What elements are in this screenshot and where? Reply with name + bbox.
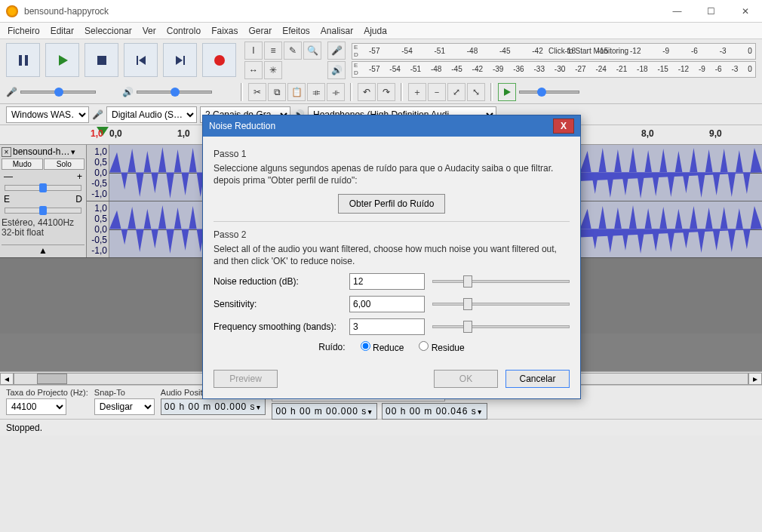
residue-radio[interactable]: Residue bbox=[419, 341, 464, 353]
sens-slider[interactable] bbox=[432, 303, 570, 306]
play-at-speed-icon[interactable] bbox=[498, 83, 516, 101]
track-name: bensound-h… bbox=[13, 146, 69, 157]
tools-grid: I ≡ ✎ 🔍 ↔ ✳ bbox=[244, 42, 321, 79]
copy-icon[interactable]: ⧉ bbox=[268, 83, 286, 101]
stop-button[interactable] bbox=[84, 43, 118, 77]
menu-analisar[interactable]: Analisar bbox=[321, 26, 353, 36]
cut-icon[interactable]: ✂ bbox=[248, 83, 266, 101]
mute-button[interactable]: Mudo bbox=[2, 158, 43, 170]
nr-input[interactable] bbox=[349, 273, 425, 290]
menu-ficheiro[interactable]: Ficheiro bbox=[8, 26, 40, 36]
svg-marker-2 bbox=[59, 55, 68, 66]
sens-label: Sensitivity: bbox=[214, 299, 342, 309]
play-button[interactable] bbox=[45, 43, 79, 77]
close-button[interactable]: ✕ bbox=[728, 0, 762, 23]
app-icon bbox=[6, 5, 18, 17]
record-meter[interactable]: ED -57-54-51-48-45-42 Click to Start Mon… bbox=[352, 43, 756, 60]
svg-rect-1 bbox=[25, 55, 28, 66]
svg-rect-4 bbox=[137, 56, 138, 65]
record-button[interactable] bbox=[202, 43, 236, 77]
window-titlebar: bensound-happyrock — ☐ ✕ bbox=[0, 0, 762, 23]
window-title: bensound-happyrock bbox=[24, 6, 660, 17]
scroll-left-icon[interactable]: ◂ bbox=[0, 373, 14, 385]
freq-label: Frequency smoothing (bands): bbox=[214, 321, 342, 332]
menu-faixas[interactable]: Faixas bbox=[211, 26, 238, 36]
reduce-radio[interactable]: Reduce bbox=[361, 341, 404, 353]
audio-position-box[interactable]: 00 h 00 m 00.000 s▾ bbox=[161, 398, 266, 415]
play-meter-spk-icon[interactable]: 🔊 bbox=[327, 61, 346, 79]
svg-marker-5 bbox=[139, 56, 146, 65]
pause-button[interactable] bbox=[6, 43, 40, 77]
ok-button[interactable]: OK bbox=[434, 370, 498, 388]
step2-label: Passo 2 bbox=[214, 229, 570, 240]
audio-host-select[interactable]: Windows WAS… bbox=[6, 106, 89, 123]
selection-start-box[interactable]: 00 h 00 m 00.000 s▾ bbox=[272, 403, 377, 420]
rec-volume-slider[interactable]: 🎤 bbox=[6, 87, 119, 97]
zoom-fit-icon[interactable]: ⤡ bbox=[467, 83, 485, 101]
snap-label: Snap-To bbox=[94, 388, 155, 397]
freq-slider[interactable] bbox=[432, 325, 570, 328]
play-volume-slider[interactable]: 🔊 bbox=[122, 87, 235, 97]
multi-tool-icon[interactable]: ✳ bbox=[264, 61, 282, 79]
play-meter[interactable]: ED -57-54-51-48-45-42-39-36-33-30-27-24-… bbox=[352, 61, 756, 78]
menu-ajuda[interactable]: Ajuda bbox=[364, 26, 387, 36]
step1-desc: Seleccione alguns segundos apenas de ruí… bbox=[214, 162, 570, 186]
draw-tool-icon[interactable]: ✎ bbox=[284, 42, 302, 60]
mic-icon: 🎤 bbox=[92, 109, 103, 120]
svg-point-8 bbox=[214, 55, 225, 66]
nr-slider[interactable] bbox=[432, 280, 570, 283]
get-profile-button[interactable]: Obter Perfil do Ruído bbox=[338, 194, 446, 214]
scroll-right-icon[interactable]: ▸ bbox=[748, 373, 762, 385]
zoom-tool-icon[interactable]: 🔍 bbox=[303, 42, 321, 60]
trim-icon[interactable]: ⟚ bbox=[307, 83, 325, 101]
track-header[interactable]: ×bensound-h…▾ MudoSolo —+ ED Estéreo, 44… bbox=[0, 145, 87, 257]
menu-ver[interactable]: Ver bbox=[143, 26, 156, 36]
paste-icon[interactable]: 📋 bbox=[287, 83, 306, 101]
sens-input[interactable] bbox=[349, 296, 425, 312]
rec-meter-mic-icon[interactable]: 🎤 bbox=[327, 42, 346, 60]
svg-rect-3 bbox=[97, 56, 106, 65]
preview-button[interactable]: Preview bbox=[214, 370, 278, 388]
zoom-out-icon[interactable]: － bbox=[428, 83, 446, 101]
menu-seleccionar[interactable]: Seleccionar bbox=[84, 26, 132, 36]
svg-rect-0 bbox=[19, 55, 22, 66]
silence-icon[interactable]: ⟛ bbox=[327, 83, 345, 101]
menu-efeitos[interactable]: Efeitos bbox=[282, 26, 310, 36]
minimize-button[interactable]: — bbox=[660, 0, 694, 23]
project-rate-select[interactable]: 44100 bbox=[6, 398, 66, 415]
input-device-select[interactable]: Digital Audio (S… bbox=[106, 106, 197, 123]
collapse-icon[interactable]: ▲ bbox=[2, 244, 84, 256]
svg-marker-6 bbox=[176, 56, 183, 65]
cancel-button[interactable]: Cancelar bbox=[505, 370, 570, 388]
nr-label: Noise reduction (dB): bbox=[214, 276, 342, 287]
project-rate-label: Taxa do Projecto (Hz): bbox=[6, 388, 88, 397]
skip-start-button[interactable] bbox=[124, 43, 158, 77]
redo-icon[interactable]: ↷ bbox=[377, 83, 395, 101]
play-speed-slider[interactable] bbox=[519, 91, 632, 94]
zoom-in-icon[interactable]: ＋ bbox=[408, 83, 426, 101]
menubar: Ficheiro Editar Seleccionar Ver Controlo… bbox=[0, 23, 762, 39]
skip-end-button[interactable] bbox=[163, 43, 197, 77]
track-close-icon[interactable]: × bbox=[2, 147, 11, 157]
selection-tool-icon[interactable]: I bbox=[244, 42, 263, 60]
undo-icon[interactable]: ↶ bbox=[358, 83, 376, 101]
maximize-button[interactable]: ☐ bbox=[694, 0, 728, 23]
zoom-sel-icon[interactable]: ⤢ bbox=[447, 83, 465, 101]
meter-click-text: Click to Start Monitoring bbox=[548, 47, 628, 55]
selection-end-box[interactable]: 00 h 00 m 00.046 s▾ bbox=[382, 403, 487, 420]
snap-select[interactable]: Desligar bbox=[94, 398, 155, 415]
solo-button[interactable]: Solo bbox=[44, 158, 85, 170]
menu-gerar[interactable]: Gerar bbox=[248, 26, 272, 36]
menu-controlo[interactable]: Controlo bbox=[167, 26, 201, 36]
step2-desc: Select all of the audio you want filtere… bbox=[214, 243, 570, 267]
envelope-tool-icon[interactable]: ≡ bbox=[264, 42, 282, 60]
step1-label: Passo 1 bbox=[214, 149, 570, 159]
gain-slider[interactable] bbox=[5, 185, 81, 191]
svg-marker-9 bbox=[504, 88, 511, 96]
svg-rect-7 bbox=[183, 56, 185, 65]
pan-slider[interactable] bbox=[5, 208, 81, 214]
timeshift-tool-icon[interactable]: ↔ bbox=[244, 61, 263, 79]
freq-input[interactable] bbox=[349, 318, 425, 335]
dialog-close-button[interactable]: X bbox=[553, 118, 574, 134]
menu-editar[interactable]: Editar bbox=[51, 26, 74, 36]
